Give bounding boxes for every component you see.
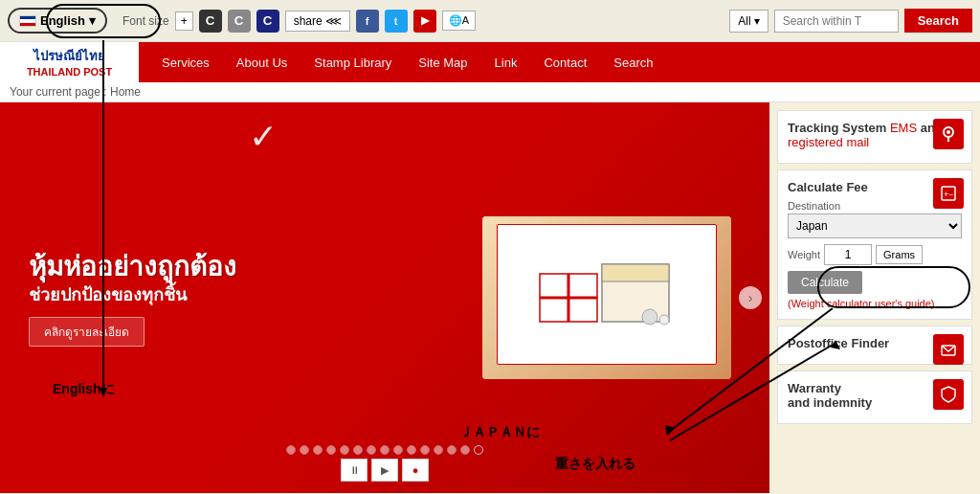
contrast-navy-button[interactable]: C [256,10,279,33]
dot-3[interactable] [313,445,323,455]
language-label: English [40,13,85,28]
search-input[interactable] [774,10,899,33]
logo-thai: ไปรษณีย์ไทย [33,46,105,66]
sidebar: Tracking System EMS and registered mail … [769,102,980,493]
header-row: ไปรษณีย์ไทย THAILAND POST Services About… [0,42,980,82]
contrast-gray-button[interactable]: C [228,10,251,33]
svg-point-7 [642,309,657,325]
destination-select[interactable]: Japan USA UK China Australia Thailand [788,213,962,238]
banner-area: ✓ หุ้มห่ออย่างถูกต้อง ช่วยปกป้องของทุกชิ… [0,102,769,493]
all-dropdown-button[interactable]: All ▾ [729,10,768,33]
toolbar: English ▾ Font size + C C C share ⋘ f t … [0,0,980,42]
nav-contact[interactable]: Contact [530,42,600,82]
page-wrapper: English ▾ Font size + C C C share ⋘ f t … [0,0,980,494]
banner-image [463,112,750,483]
banner-text: หุ้มห่ออย่างถูกต้อง ช่วยปกป้องของทุกชิ้น… [0,231,265,366]
logo-area: ไปรษณีย์ไทย THAILAND POST [0,42,139,82]
warranty-icon [933,379,964,410]
svg-point-11 [947,130,950,134]
font-size-label: Font size [122,14,169,28]
boxes-svg [530,245,683,341]
dot-13[interactable] [447,445,457,455]
weight-row: Weight Grams [788,244,962,265]
logo-text: THAILAND POST [27,66,112,79]
stop-button[interactable]: ● [402,459,429,482]
nav-search[interactable]: Search [600,42,666,82]
postoffice-card: Postoffice Finder [777,326,972,365]
calc-guide-link[interactable]: (Weight calculator user's guide) [788,298,962,309]
postoffice-icon [933,334,964,365]
calculate-fee-card: Calculate Fee +− Destination Japan USA U… [777,169,972,320]
calc-fee-icon: +− [933,178,964,209]
svg-point-8 [659,315,669,325]
banner-title-line2: ช่วยปกป้องของทุกชิ้น [29,284,236,306]
nav-link[interactable]: Link [481,42,531,82]
share-icon: ⋘ [325,14,342,28]
share-button[interactable]: share ⋘ [285,11,350,32]
pause-button[interactable]: ⏸ [341,459,368,482]
tracking-card: Tracking System EMS and registered mail [777,110,972,164]
calculate-button[interactable]: Calculate [788,271,862,294]
play-controls: ⏸ ▶ ● [341,459,429,482]
flag-icon [19,15,36,27]
nav-sitemap[interactable]: Site Map [405,42,480,82]
banner-title-line1: หุ้มห่ออย่างถูกต้อง [29,250,236,284]
dot-9[interactable] [393,445,403,455]
warranty-card: Warranty and indemnity [777,370,972,424]
dot-8[interactable] [380,445,390,455]
next-slide-button[interactable]: › [739,286,762,309]
youtube-button[interactable]: ▶ [413,10,436,33]
banner-detail-button[interactable]: คลิกดูรายละเอียด [29,317,145,347]
main-content: ✓ หุ้มห่ออย่างถูกต้อง ช่วยปกป้องของทุกชิ… [0,102,980,493]
main-nav: Services About Us Stamp Library Site Map… [139,42,980,82]
share-label: share [294,14,323,28]
dot-7[interactable] [367,445,376,455]
language-selector[interactable]: English ▾ [8,8,107,34]
translate-icon: 🌐A [449,14,469,26]
carousel-dots [286,445,483,455]
font-size-plus-button[interactable]: + [175,11,193,31]
svg-rect-6 [602,264,669,281]
dot-12[interactable] [434,445,443,455]
weight-label: Weight [788,249,820,260]
breadcrumb: Your current page : Home [0,82,980,102]
dot-5[interactable] [340,445,349,455]
dot-10[interactable] [407,445,416,455]
facebook-button[interactable]: f [356,10,379,33]
nav-services[interactable]: Services [148,42,223,82]
dot-11[interactable] [420,445,430,455]
twitter-button[interactable]: t [385,10,408,33]
nav-stamp[interactable]: Stamp Library [301,42,405,82]
dot-1[interactable] [286,445,296,455]
nav-about[interactable]: About Us [223,42,301,82]
svg-text:+−: +− [944,190,954,199]
package-visual [482,216,731,379]
tracking-registered-link[interactable]: registered mail [788,135,869,149]
dot-14[interactable] [460,445,470,455]
dot-2[interactable] [300,445,309,455]
dot-15[interactable] [474,445,483,455]
search-button[interactable]: Search [904,9,972,33]
weight-input[interactable] [824,244,872,265]
tracking-ems-link[interactable]: EMS [890,121,917,135]
dot-6[interactable] [353,445,363,455]
play-button[interactable]: ▶ [371,459,398,482]
dropdown-arrow-icon: ▾ [89,13,96,28]
all-arrow-icon: ▾ [754,14,760,28]
translate-button[interactable]: 🌐A [442,11,476,31]
contrast-black-button[interactable]: C [199,10,222,33]
checkmark-icon: ✓ [249,117,278,157]
tracking-icon [933,119,964,149]
grams-button[interactable]: Grams [876,245,923,264]
dot-4[interactable] [326,445,336,455]
all-label: All [738,14,750,28]
